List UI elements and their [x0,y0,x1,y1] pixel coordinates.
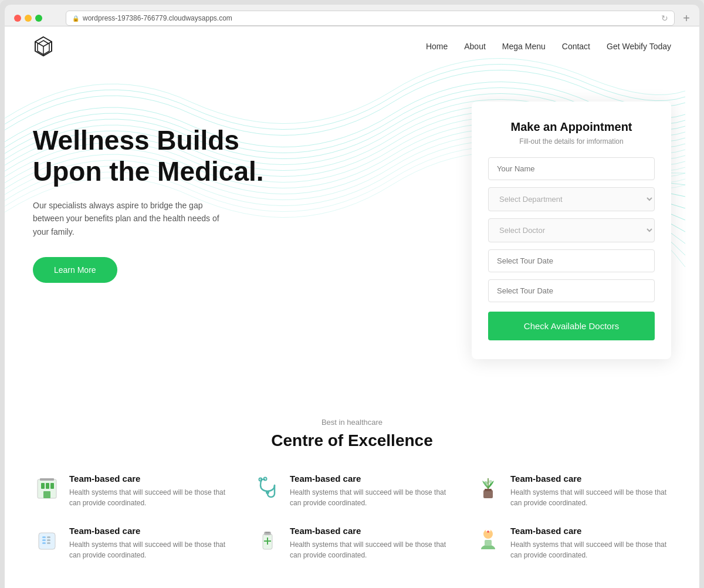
svg-rect-16 [485,489,492,491]
feature-text-2: Team-based care Health systems that will… [290,474,451,508]
tour-date-input-1[interactable] [488,249,655,272]
traffic-lights [14,15,42,22]
plant-icon [474,474,502,502]
department-select[interactable]: Select Department [488,187,655,211]
medicine-icon [253,526,282,554]
svg-point-18 [489,480,492,484]
nav-cta[interactable]: Get Webify Today [607,42,671,51]
svg-rect-25 [47,542,50,544]
svg-rect-6 [41,483,45,489]
stethoscope-icon [253,474,282,502]
close-button[interactable] [14,15,21,22]
features-section: Best in healthcare Centre of Excellence [5,394,699,588]
lock-icon: 🔒 [72,15,79,22]
features-title: Centre of Excellence [33,431,671,450]
name-input[interactable] [488,157,655,180]
url-text: wordpress-197386-766779.cloudwaysapps.co… [83,14,232,22]
svg-rect-24 [47,539,50,541]
feature-text-3: Team-based care Health systems that will… [510,474,671,508]
svg-point-11 [266,491,269,494]
appointment-card: Make an Appointment Fill-out the details… [472,102,671,359]
svg-rect-7 [46,483,49,489]
address-bar[interactable]: 🔒 wordpress-197386-766779.cloudwaysapps.… [66,11,675,26]
reload-icon[interactable]: ↻ [661,13,668,23]
doctor-select[interactable]: Select Doctor [488,218,655,242]
feature-item-4: Team-based care Health systems that will… [33,526,230,560]
hero-title: Wellness Builds Upon the Medical. [33,125,472,187]
svg-rect-21 [42,539,46,541]
svg-line-3 [43,42,52,46]
appointment-title: Make an Appointment [488,120,655,134]
tour-date-input-2[interactable] [488,279,655,302]
svg-rect-22 [42,542,46,544]
svg-point-17 [484,481,488,485]
hospital-icon [33,474,61,502]
svg-rect-8 [50,483,54,489]
nurse-icon [474,526,502,554]
hero-subtitle: Our specialists always aspire to bridge … [33,199,232,238]
website-content: Home About Mega Menu Contact Get Webify … [5,26,699,588]
features-grid: Team-based care Health systems that will… [33,474,671,560]
appointment-subtitle: Fill-out the details for imformation [488,137,655,146]
svg-rect-19 [39,533,55,549]
browser-chrome: 🔒 wordpress-197386-766779.cloudwaysapps.… [5,5,699,26]
nav-contact[interactable]: Contact [562,42,590,51]
features-header: Best in healthcare Centre of Excellence [33,418,671,450]
logo[interactable] [33,36,54,57]
svg-rect-15 [483,490,493,498]
fullscreen-button[interactable] [35,15,42,22]
minimize-button[interactable] [25,15,32,22]
svg-rect-28 [265,532,270,533]
hero-section: Wellness Builds Upon the Medical. Our sp… [5,66,699,394]
nav-mega-menu[interactable]: Mega Menu [502,42,546,51]
svg-rect-9 [43,491,50,498]
features-tag: Best in healthcare [33,418,671,427]
nav-home[interactable]: Home [426,42,448,51]
navbar: Home About Mega Menu Contact Get Webify … [5,26,699,66]
check-doctors-button[interactable]: Check Available Doctors [488,312,655,340]
nav-about[interactable]: About [464,42,486,51]
learn-more-button[interactable]: Learn More [33,257,117,283]
svg-rect-10 [40,478,54,481]
svg-rect-35 [485,540,492,546]
hero-content: Wellness Builds Upon the Medical. Our sp… [33,90,472,283]
svg-rect-23 [47,536,50,538]
new-tab-button[interactable]: + [683,12,690,25]
feature-item-1: Team-based care Health systems that will… [33,474,230,508]
feature-text-1: Team-based care Health systems that will… [69,474,230,508]
svg-line-2 [35,42,43,46]
feature-item-3: Team-based care Health systems that will… [474,474,671,508]
pills-icon [33,526,61,554]
feature-item-2: Team-based care Health systems that will… [253,474,451,508]
feature-item-6: Team-based care Health systems that will… [474,526,671,560]
feature-text-5: Team-based care Health systems that will… [290,526,451,560]
feature-text-4: Team-based care Health systems that will… [69,526,230,560]
svg-rect-20 [42,536,46,538]
feature-text-6: Team-based care Health systems that will… [510,526,671,560]
feature-item-5: Team-based care Health systems that will… [253,526,451,560]
nav-links: Home About Mega Menu Contact Get Webify … [426,42,671,51]
